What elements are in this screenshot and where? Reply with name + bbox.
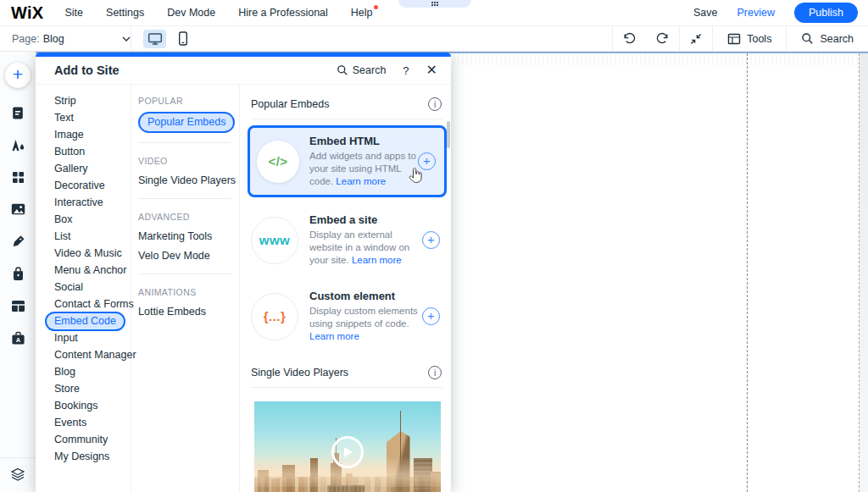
add-panel-button[interactable]: +	[5, 63, 31, 88]
category-item-bookings[interactable]: Bookings	[36, 397, 131, 414]
subnav-item-velo-dev-mode[interactable]: Velo Dev Mode	[138, 247, 231, 264]
top-nav-dev-mode[interactable]: Dev Mode	[167, 7, 215, 19]
layers-icon	[10, 467, 25, 482]
top-actions: Save Preview Publish	[693, 3, 858, 23]
category-item-gallery[interactable]: Gallery	[36, 160, 131, 177]
category-label: Decorative	[54, 180, 105, 191]
page-right-gutter	[859, 53, 868, 492]
category-item-input[interactable]: Input	[36, 329, 131, 346]
category-label: Input	[54, 332, 78, 344]
subnav-group-items: Lottie Embeds	[138, 303, 231, 320]
category-item-menu-anchor[interactable]: Menu & Anchor	[36, 262, 131, 279]
play-button[interactable]	[331, 436, 364, 468]
video-upload-item[interactable]: Video Upload	[251, 401, 443, 492]
panel-close-button[interactable]: ✕	[426, 64, 437, 77]
top-nav-help[interactable]: Help	[351, 7, 373, 19]
add-embed-button[interactable]: +	[422, 307, 440, 325]
category-item-image[interactable]: Image	[36, 126, 131, 143]
top-nav: SiteSettingsDev ModeHire a ProfessionalH…	[65, 7, 373, 19]
tools-panel-icon	[727, 33, 741, 45]
category-item-list[interactable]: List	[36, 228, 131, 245]
learn-more-link[interactable]: Learn more	[309, 331, 359, 341]
top-nav-site[interactable]: Site	[65, 7, 84, 19]
section-title: Popular Embeds	[251, 98, 329, 110]
subnav-item-marketing-tools[interactable]: Marketing Tools	[138, 228, 231, 245]
category-item-events[interactable]: Events	[36, 414, 131, 431]
layers-button[interactable]	[9, 467, 26, 482]
sidebar-item-media[interactable]	[10, 202, 25, 217]
top-nav-settings[interactable]: Settings	[106, 7, 144, 19]
mobile-view-button[interactable]	[171, 30, 194, 48]
category-label: List	[54, 230, 70, 242]
category-label: Strip	[54, 95, 76, 107]
subnav: POPULAR Popular Embeds VIDEO Single Vide…	[131, 85, 240, 492]
table-icon	[11, 300, 25, 312]
redo-button[interactable]	[646, 26, 679, 51]
category-item-video-music[interactable]: Video & Music	[36, 245, 131, 262]
subnav-item-single-video-players[interactable]: Single Video Players	[138, 172, 231, 189]
category-item-social[interactable]: Social	[36, 279, 131, 296]
zoom-fit-button[interactable]	[680, 26, 712, 51]
category-label: Bookings	[54, 400, 97, 412]
undo-icon	[622, 32, 637, 45]
add-to-site-panel: Add to Site Search ? ✕ StripTextImageBut…	[36, 53, 451, 492]
sidebar-item-store[interactable]	[10, 266, 25, 281]
scrollbar-thumb[interactable]	[447, 121, 450, 148]
sidebar-item-site-design[interactable]	[10, 137, 25, 152]
category-item-button[interactable]: Button	[36, 143, 131, 160]
category-label: Contact & Forms	[54, 298, 134, 310]
category-item-blog[interactable]: Blog	[36, 363, 131, 380]
undo-button[interactable]	[613, 26, 646, 51]
sidebar-item-blog[interactable]	[10, 234, 25, 249]
subnav-item-lottie-embeds[interactable]: Lottie Embeds	[138, 303, 231, 320]
learn-more-link[interactable]: Learn more	[352, 255, 402, 265]
category-item-decorative[interactable]: Decorative	[36, 177, 131, 194]
embed-card-custom-element[interactable]: {...} Custom element Display custom elem…	[251, 283, 443, 350]
category-item-box[interactable]: Box	[36, 211, 131, 228]
sidebar-item-app-market[interactable]	[10, 169, 25, 185]
mobile-icon	[178, 31, 188, 46]
canvas-top-handle[interactable]	[398, 0, 471, 8]
category-item-interactive[interactable]: Interactive	[36, 194, 131, 211]
category-item-strip[interactable]: Strip	[36, 92, 131, 109]
briefcase-a-icon: A	[11, 331, 25, 345]
desktop-view-button[interactable]	[143, 30, 166, 48]
panel-help-button[interactable]: ?	[403, 64, 409, 77]
category-item-my-designs[interactable]: My Designs	[36, 448, 131, 465]
subnav-group: POPULAR Popular Embeds	[138, 92, 231, 143]
category-label: Content Manager	[54, 349, 136, 361]
category-label: My Designs	[54, 451, 109, 462]
page-gridline	[747, 53, 748, 492]
top-nav-hire-a-professional[interactable]: Hire a Professional	[238, 7, 328, 19]
embed-card-embed-a-site[interactable]: www Embed a site Display an external web…	[251, 207, 443, 274]
category-item-text[interactable]: Text	[36, 109, 131, 126]
category-item-content-manager[interactable]: Content Manager	[36, 346, 131, 363]
add-embed-button[interactable]: +	[422, 231, 440, 249]
embed-card-embed-html[interactable]: </> Embed HTML Add widgets and apps to y…	[248, 125, 447, 197]
category-item-store[interactable]: Store	[36, 380, 131, 397]
category-item-embed-code[interactable]: Embed Code	[36, 312, 131, 329]
video-thumbnail[interactable]	[254, 401, 441, 492]
subnav-item-popular-embeds[interactable]: Popular Embeds	[138, 112, 231, 133]
sidebar-item-text[interactable]	[10, 105, 25, 120]
collapse-icon	[689, 32, 703, 46]
preview-button[interactable]: Preview	[737, 7, 775, 19]
wix-logo[interactable]: WiX	[11, 3, 44, 23]
tools-button[interactable]: Tools	[713, 26, 786, 51]
category-item-community[interactable]: Community	[36, 431, 131, 448]
shopping-bag-icon	[12, 267, 25, 281]
page-label: Page:	[12, 33, 40, 45]
editor-search-button[interactable]: Search	[787, 26, 868, 51]
sidebar-item-app-builder[interactable]: A	[10, 330, 25, 346]
publish-button[interactable]: Publish	[794, 3, 858, 23]
panel-search-button[interactable]: Search	[337, 64, 387, 76]
embed-card-list: </> Embed HTML Add widgets and apps to y…	[251, 125, 443, 350]
sidebar-item-cms[interactable]	[10, 298, 25, 313]
learn-more-link[interactable]: Learn more	[336, 176, 386, 186]
info-icon[interactable]: i	[428, 366, 442, 379]
save-button[interactable]: Save	[693, 7, 718, 19]
page-selector[interactable]: Page: Blog	[12, 33, 131, 45]
info-icon[interactable]: i	[428, 97, 442, 111]
category-item-contact-forms[interactable]: Contact & Forms	[36, 296, 131, 312]
subnav-label: Lottie Embeds	[138, 306, 206, 318]
